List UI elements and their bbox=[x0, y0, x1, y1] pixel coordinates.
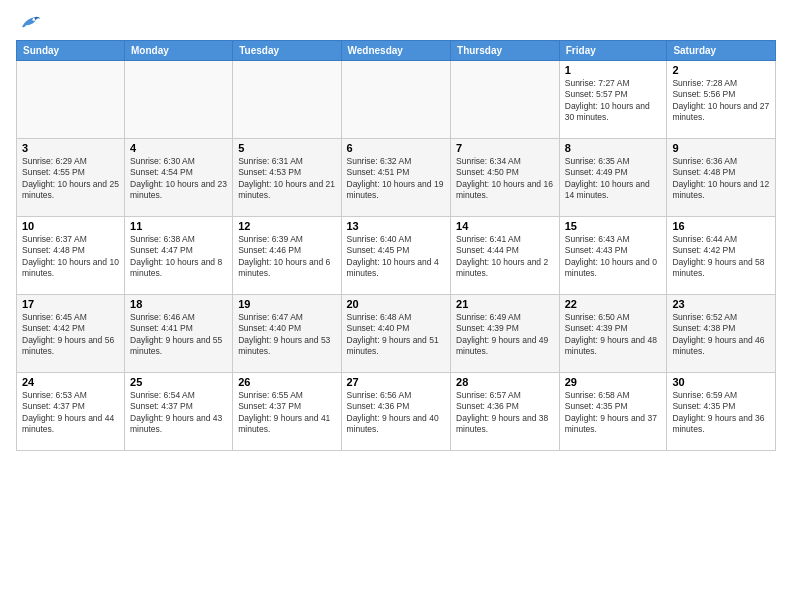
day-info: Sunrise: 6:38 AM Sunset: 4:47 PM Dayligh… bbox=[130, 234, 227, 280]
day-info: Sunrise: 6:56 AM Sunset: 4:36 PM Dayligh… bbox=[347, 390, 446, 436]
calendar-cell bbox=[125, 61, 233, 139]
day-info: Sunrise: 6:40 AM Sunset: 4:45 PM Dayligh… bbox=[347, 234, 446, 280]
calendar-cell: 17Sunrise: 6:45 AM Sunset: 4:42 PM Dayli… bbox=[17, 295, 125, 373]
day-number: 20 bbox=[347, 298, 446, 310]
day-number: 3 bbox=[22, 142, 119, 154]
logo bbox=[16, 12, 42, 32]
calendar-cell: 10Sunrise: 6:37 AM Sunset: 4:48 PM Dayli… bbox=[17, 217, 125, 295]
calendar-cell: 1Sunrise: 7:27 AM Sunset: 5:57 PM Daylig… bbox=[559, 61, 667, 139]
calendar-cell: 28Sunrise: 6:57 AM Sunset: 4:36 PM Dayli… bbox=[451, 373, 560, 451]
calendar-cell bbox=[451, 61, 560, 139]
day-number: 12 bbox=[238, 220, 335, 232]
day-number: 13 bbox=[347, 220, 446, 232]
calendar-header-thursday: Thursday bbox=[451, 41, 560, 61]
day-number: 14 bbox=[456, 220, 554, 232]
calendar-header-monday: Monday bbox=[125, 41, 233, 61]
logo-bird-icon bbox=[18, 12, 42, 32]
calendar-cell: 25Sunrise: 6:54 AM Sunset: 4:37 PM Dayli… bbox=[125, 373, 233, 451]
calendar-cell: 7Sunrise: 6:34 AM Sunset: 4:50 PM Daylig… bbox=[451, 139, 560, 217]
day-number: 6 bbox=[347, 142, 446, 154]
day-info: Sunrise: 6:55 AM Sunset: 4:37 PM Dayligh… bbox=[238, 390, 335, 436]
day-number: 18 bbox=[130, 298, 227, 310]
day-number: 4 bbox=[130, 142, 227, 154]
page: SundayMondayTuesdayWednesdayThursdayFrid… bbox=[0, 0, 792, 612]
day-number: 7 bbox=[456, 142, 554, 154]
day-info: Sunrise: 6:41 AM Sunset: 4:44 PM Dayligh… bbox=[456, 234, 554, 280]
day-info: Sunrise: 6:49 AM Sunset: 4:39 PM Dayligh… bbox=[456, 312, 554, 358]
day-number: 9 bbox=[672, 142, 770, 154]
day-number: 28 bbox=[456, 376, 554, 388]
calendar-header-wednesday: Wednesday bbox=[341, 41, 451, 61]
calendar-header-row: SundayMondayTuesdayWednesdayThursdayFrid… bbox=[17, 41, 776, 61]
calendar-header-sunday: Sunday bbox=[17, 41, 125, 61]
week-row-1: 1Sunrise: 7:27 AM Sunset: 5:57 PM Daylig… bbox=[17, 61, 776, 139]
day-number: 5 bbox=[238, 142, 335, 154]
day-number: 19 bbox=[238, 298, 335, 310]
day-info: Sunrise: 6:54 AM Sunset: 4:37 PM Dayligh… bbox=[130, 390, 227, 436]
day-info: Sunrise: 6:36 AM Sunset: 4:48 PM Dayligh… bbox=[672, 156, 770, 202]
day-info: Sunrise: 7:28 AM Sunset: 5:56 PM Dayligh… bbox=[672, 78, 770, 124]
calendar-cell: 21Sunrise: 6:49 AM Sunset: 4:39 PM Dayli… bbox=[451, 295, 560, 373]
day-number: 24 bbox=[22, 376, 119, 388]
day-number: 21 bbox=[456, 298, 554, 310]
calendar-cell: 3Sunrise: 6:29 AM Sunset: 4:55 PM Daylig… bbox=[17, 139, 125, 217]
calendar-cell: 26Sunrise: 6:55 AM Sunset: 4:37 PM Dayli… bbox=[233, 373, 341, 451]
calendar-cell bbox=[233, 61, 341, 139]
day-number: 16 bbox=[672, 220, 770, 232]
calendar-cell: 30Sunrise: 6:59 AM Sunset: 4:35 PM Dayli… bbox=[667, 373, 776, 451]
calendar-cell bbox=[17, 61, 125, 139]
day-info: Sunrise: 7:27 AM Sunset: 5:57 PM Dayligh… bbox=[565, 78, 662, 124]
day-info: Sunrise: 6:59 AM Sunset: 4:35 PM Dayligh… bbox=[672, 390, 770, 436]
day-number: 27 bbox=[347, 376, 446, 388]
day-number: 17 bbox=[22, 298, 119, 310]
calendar-header-tuesday: Tuesday bbox=[233, 41, 341, 61]
day-info: Sunrise: 6:29 AM Sunset: 4:55 PM Dayligh… bbox=[22, 156, 119, 202]
day-number: 2 bbox=[672, 64, 770, 76]
day-number: 23 bbox=[672, 298, 770, 310]
day-number: 1 bbox=[565, 64, 662, 76]
day-info: Sunrise: 6:32 AM Sunset: 4:51 PM Dayligh… bbox=[347, 156, 446, 202]
day-info: Sunrise: 6:45 AM Sunset: 4:42 PM Dayligh… bbox=[22, 312, 119, 358]
calendar-cell: 18Sunrise: 6:46 AM Sunset: 4:41 PM Dayli… bbox=[125, 295, 233, 373]
calendar-cell: 11Sunrise: 6:38 AM Sunset: 4:47 PM Dayli… bbox=[125, 217, 233, 295]
week-row-4: 17Sunrise: 6:45 AM Sunset: 4:42 PM Dayli… bbox=[17, 295, 776, 373]
calendar-cell: 16Sunrise: 6:44 AM Sunset: 4:42 PM Dayli… bbox=[667, 217, 776, 295]
day-info: Sunrise: 6:34 AM Sunset: 4:50 PM Dayligh… bbox=[456, 156, 554, 202]
day-number: 10 bbox=[22, 220, 119, 232]
day-info: Sunrise: 6:46 AM Sunset: 4:41 PM Dayligh… bbox=[130, 312, 227, 358]
day-number: 15 bbox=[565, 220, 662, 232]
calendar-cell: 14Sunrise: 6:41 AM Sunset: 4:44 PM Dayli… bbox=[451, 217, 560, 295]
day-number: 8 bbox=[565, 142, 662, 154]
day-info: Sunrise: 6:53 AM Sunset: 4:37 PM Dayligh… bbox=[22, 390, 119, 436]
day-number: 30 bbox=[672, 376, 770, 388]
day-number: 26 bbox=[238, 376, 335, 388]
day-info: Sunrise: 6:30 AM Sunset: 4:54 PM Dayligh… bbox=[130, 156, 227, 202]
calendar-cell: 2Sunrise: 7:28 AM Sunset: 5:56 PM Daylig… bbox=[667, 61, 776, 139]
day-info: Sunrise: 6:50 AM Sunset: 4:39 PM Dayligh… bbox=[565, 312, 662, 358]
calendar-cell: 12Sunrise: 6:39 AM Sunset: 4:46 PM Dayli… bbox=[233, 217, 341, 295]
calendar-cell: 22Sunrise: 6:50 AM Sunset: 4:39 PM Dayli… bbox=[559, 295, 667, 373]
day-number: 22 bbox=[565, 298, 662, 310]
day-info: Sunrise: 6:37 AM Sunset: 4:48 PM Dayligh… bbox=[22, 234, 119, 280]
calendar-cell: 8Sunrise: 6:35 AM Sunset: 4:49 PM Daylig… bbox=[559, 139, 667, 217]
calendar-cell bbox=[341, 61, 451, 139]
day-info: Sunrise: 6:48 AM Sunset: 4:40 PM Dayligh… bbox=[347, 312, 446, 358]
calendar-cell: 4Sunrise: 6:30 AM Sunset: 4:54 PM Daylig… bbox=[125, 139, 233, 217]
calendar-cell: 27Sunrise: 6:56 AM Sunset: 4:36 PM Dayli… bbox=[341, 373, 451, 451]
calendar-cell: 20Sunrise: 6:48 AM Sunset: 4:40 PM Dayli… bbox=[341, 295, 451, 373]
day-info: Sunrise: 6:57 AM Sunset: 4:36 PM Dayligh… bbox=[456, 390, 554, 436]
week-row-3: 10Sunrise: 6:37 AM Sunset: 4:48 PM Dayli… bbox=[17, 217, 776, 295]
day-info: Sunrise: 6:43 AM Sunset: 4:43 PM Dayligh… bbox=[565, 234, 662, 280]
calendar-cell: 9Sunrise: 6:36 AM Sunset: 4:48 PM Daylig… bbox=[667, 139, 776, 217]
calendar: SundayMondayTuesdayWednesdayThursdayFrid… bbox=[16, 40, 776, 451]
day-number: 11 bbox=[130, 220, 227, 232]
calendar-cell: 24Sunrise: 6:53 AM Sunset: 4:37 PM Dayli… bbox=[17, 373, 125, 451]
day-info: Sunrise: 6:58 AM Sunset: 4:35 PM Dayligh… bbox=[565, 390, 662, 436]
day-number: 29 bbox=[565, 376, 662, 388]
day-info: Sunrise: 6:52 AM Sunset: 4:38 PM Dayligh… bbox=[672, 312, 770, 358]
day-info: Sunrise: 6:35 AM Sunset: 4:49 PM Dayligh… bbox=[565, 156, 662, 202]
calendar-cell: 6Sunrise: 6:32 AM Sunset: 4:51 PM Daylig… bbox=[341, 139, 451, 217]
calendar-cell: 23Sunrise: 6:52 AM Sunset: 4:38 PM Dayli… bbox=[667, 295, 776, 373]
calendar-header-saturday: Saturday bbox=[667, 41, 776, 61]
calendar-cell: 13Sunrise: 6:40 AM Sunset: 4:45 PM Dayli… bbox=[341, 217, 451, 295]
